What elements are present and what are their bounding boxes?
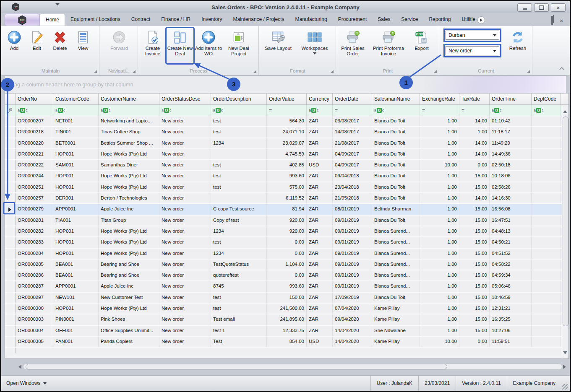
quick-access-dropdown-icon[interactable]: [55, 5, 59, 13]
table-row[interactable]: OR0000283HOP001Hope Works (Pty) LtdNew o…: [5, 237, 568, 248]
scroll-right-icon[interactable]: [563, 365, 568, 369]
group-by-panel[interactable]: Drag a column header here to group by th…: [5, 75, 566, 93]
table-row[interactable]: OR0000207NET001Networking and Lapto...Ne…: [5, 116, 568, 127]
minimize-button[interactable]: [517, 3, 532, 12]
column-header-salesmanname[interactable]: SalesmanName: [372, 93, 420, 104]
tab-home[interactable]: Home: [40, 14, 65, 26]
table-row[interactable]: OR0000303PIN0001Pink ShoesNew orderTest …: [5, 314, 568, 325]
table-row[interactable]: OR0000287APP0001Apple Juice IncNew order…: [5, 281, 568, 292]
edit-button[interactable]: Edit: [26, 28, 48, 64]
column-header-taxrate[interactable]: TaxRate: [459, 93, 490, 104]
column-header-ordertime[interactable]: OrderTime: [490, 93, 532, 104]
scroll-down-icon[interactable]: [563, 351, 567, 356]
dialog-launcher-icon[interactable]: [94, 70, 97, 73]
filter-cell-ordertime[interactable]: aBc: [490, 105, 532, 116]
vertical-scroll-thumb[interactable]: [563, 117, 568, 326]
tab-reporting[interactable]: Reporting: [423, 14, 456, 26]
vertical-scrollbar[interactable]: [562, 105, 568, 358]
dialog-launcher-icon[interactable]: [434, 70, 437, 73]
filter-cell-orderdate[interactable]: =: [333, 105, 372, 116]
open-windows-button[interactable]: Open Windows: [6, 380, 47, 386]
table-row[interactable]: OR0000285BEA001Bearing and ShoeNew order…: [5, 260, 568, 270]
table-row[interactable]: OR0000281TIA001Titan GroupNew orderCopy …: [5, 215, 568, 226]
column-header-orderdate[interactable]: OrderDate: [333, 93, 372, 104]
column-header-orderno[interactable]: OrderNo: [16, 93, 53, 104]
tab-inventory[interactable]: Inventory: [196, 14, 227, 26]
save-layout-button[interactable]: Save Layout: [261, 28, 295, 64]
filter-cell-ordervalue[interactable]: =: [267, 105, 307, 116]
filter-cell-orderno[interactable]: aBc: [16, 105, 53, 116]
table-row[interactable]: OR0000282HOP001Hope Works (Pty) LtdNew o…: [5, 226, 568, 237]
dialog-launcher-icon[interactable]: [331, 70, 334, 73]
table-row[interactable]: OR0000304OFF001Office Supplies Unlimit..…: [5, 326, 568, 337]
create-new-deal-button[interactable]: Create New Deal: [166, 28, 194, 64]
close-button[interactable]: ×: [551, 3, 566, 12]
horizontal-scrollbar[interactable]: [5, 363, 569, 371]
tab-contract[interactable]: Contract: [126, 14, 156, 26]
create-invoice-button[interactable]: Create Invoice: [140, 28, 165, 64]
table-row[interactable]: OR0000284HOP001Hope Works (Pty) LtdNew o…: [5, 249, 568, 260]
refresh-button[interactable]: Refresh: [504, 28, 531, 64]
table-row[interactable]: OR0000305PAN001Panda CopiersNew orderTes…: [5, 337, 568, 348]
column-header-customercode[interactable]: CustomerCode: [53, 93, 99, 104]
branch-combo[interactable]: Durban: [446, 31, 499, 40]
scroll-up-icon[interactable]: [563, 108, 567, 113]
workspaces-button[interactable]: Workspaces: [296, 28, 333, 64]
print-proforma-invoice-button[interactable]: ?Print Proforma Invoice: [368, 28, 409, 64]
add-button[interactable]: Add: [3, 28, 25, 64]
tab-service[interactable]: Service: [396, 14, 423, 26]
filter-cell-orderdescription[interactable]: aBc: [211, 105, 267, 116]
collapse-ribbon-chevron-icon[interactable]: [559, 64, 565, 72]
table-row[interactable]: OR0000300HOP001Hope Works (Pty) LtdNew o…: [5, 304, 568, 314]
order-status-combo[interactable]: New order: [446, 46, 499, 55]
table-row[interactable]: OR0000251HOP001Hope Works (Pty) LtdNew o…: [5, 182, 568, 193]
dialog-launcher-icon[interactable]: [133, 70, 136, 73]
filter-cell-exchangerate[interactable]: =: [420, 105, 459, 116]
resize-grip[interactable]: [562, 384, 568, 389]
table-row[interactable]: OR0000257DER001Derton / TechnologiesNew …: [5, 193, 568, 204]
horizontal-scroll-thumb[interactable]: [26, 364, 447, 369]
new-deal-project-button[interactable]: New Deal Project: [223, 28, 254, 64]
tab-maintenance-projects[interactable]: Maintenance / Projects: [228, 14, 290, 26]
tab-scroll-right-icon[interactable]: [477, 16, 485, 24]
column-header-orderstatusdesc[interactable]: OrderStatusDesc: [159, 93, 211, 104]
filter-cell-currency[interactable]: aBc: [307, 105, 333, 116]
dialog-launcher-icon[interactable]: [253, 70, 256, 73]
tab-equipment-locations[interactable]: Equipment / Locations: [65, 14, 126, 26]
table-row[interactable]: OR0000222SAM001Samanthas DinerNew ordert…: [5, 160, 568, 171]
application-menu-button[interactable]: bpo: [5, 14, 40, 26]
table-row[interactable]: OR0000297NEW101New Customer TestNew orde…: [5, 293, 568, 304]
table-row[interactable]: OR0000279APP0001Apple Juice IncNew order…: [5, 204, 568, 215]
print-sales-order-button[interactable]: ?Print Sales Order: [338, 28, 368, 64]
column-header-currency[interactable]: Currency: [307, 93, 333, 104]
column-header-exchangerate[interactable]: ExchangeRate: [420, 93, 459, 104]
table-row[interactable]: OR0000221HOP001Hope Works (Pty) LtdNew o…: [5, 149, 568, 160]
table-row[interactable]: OR0000218TIN001Tinas Coffee ShopNew orde…: [5, 127, 568, 138]
filter-cell-customername[interactable]: aBc: [99, 105, 159, 116]
add-items-to-wo-button[interactable]: Add Items to WO: [195, 28, 222, 64]
filter-cell-customercode[interactable]: aBc: [53, 105, 99, 116]
column-header-customername[interactable]: CustomerName: [99, 93, 159, 104]
table-row[interactable]: OR0000286BEA001Bearing and ShoeNew order…: [5, 270, 568, 281]
tab-manufacturing[interactable]: Manufacturing: [290, 14, 333, 26]
filter-cell-taxrate[interactable]: =: [459, 105, 490, 116]
column-header-ordervalue[interactable]: OrderValue: [267, 93, 307, 104]
filter-cell-salesmanname[interactable]: aBc: [372, 105, 420, 116]
filter-cell-deptcode[interactable]: aBc: [532, 105, 561, 116]
filter-cell-orderstatusdesc[interactable]: aBc: [159, 105, 211, 116]
maximize-button[interactable]: [534, 3, 549, 12]
mdi-close-button[interactable]: ×: [560, 18, 563, 23]
scroll-left-icon[interactable]: [16, 365, 21, 369]
export-button[interactable]: XLSXExport: [409, 28, 434, 64]
tab-procurement[interactable]: Procurement: [333, 14, 373, 26]
delete-button[interactable]: Delete: [49, 28, 71, 64]
mdi-restore-button[interactable]: [551, 17, 553, 24]
tab-sales[interactable]: Sales: [372, 14, 396, 26]
tab-finance-hr[interactable]: Finance / HR: [156, 14, 196, 26]
table-row[interactable]: OR0000220BET0001Betties Summer Shop ...N…: [5, 138, 568, 149]
view-button[interactable]: View: [72, 28, 94, 64]
dialog-launcher-icon[interactable]: [527, 70, 530, 73]
column-header-deptcode[interactable]: DeptCode: [532, 93, 561, 104]
table-row[interactable]: OR0000244HOP001Hope Works (Pty) LtdNew o…: [5, 171, 568, 182]
column-header-orderdescription[interactable]: OrderDescription: [211, 93, 267, 104]
